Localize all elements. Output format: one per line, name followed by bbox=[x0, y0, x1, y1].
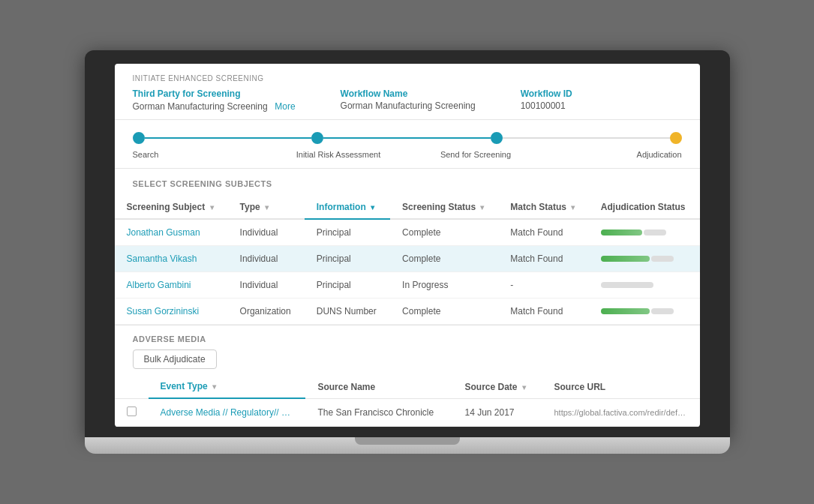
col-match-status[interactable]: Match Status ▾ bbox=[498, 196, 588, 219]
cell-source-name: The San Francisco Chronicle bbox=[305, 398, 452, 426]
col-event-type[interactable]: Event Type ▾ bbox=[149, 375, 306, 398]
cell-type: Individual bbox=[228, 219, 305, 246]
col-screening-status[interactable]: Screening Status ▾ bbox=[390, 196, 498, 219]
screening-table-row[interactable]: Jonathan Gusman Individual Principal Com… bbox=[115, 219, 700, 246]
laptop-base bbox=[85, 437, 730, 454]
sort-arrow-event-type: ▾ bbox=[212, 382, 216, 391]
col-information[interactable]: Information ▾ bbox=[305, 196, 390, 219]
cell-screening-status: Complete bbox=[390, 298, 498, 325]
adverse-table-header: Event Type ▾ Source Name Source Date ▾ bbox=[115, 375, 700, 398]
app-container: INITIATE ENHANCED SCREENING Third Party … bbox=[115, 64, 700, 427]
cell-type: Individual bbox=[228, 272, 305, 298]
cell-information: Principal bbox=[305, 219, 390, 246]
cell-information: Principal bbox=[305, 246, 390, 272]
cell-checkbox[interactable] bbox=[115, 398, 149, 426]
adverse-section: ADVERSE MEDIA Bulk Adjudicate Event Type… bbox=[115, 325, 700, 427]
steps-labels: Search Initial Risk Assessment Send for … bbox=[133, 150, 682, 159]
cell-adj-status bbox=[589, 298, 700, 325]
step-label-search: Search bbox=[133, 150, 270, 159]
screening-table-row[interactable]: Samantha Vikash Individual Principal Com… bbox=[115, 246, 700, 272]
step-label-send: Send for Screening bbox=[407, 150, 545, 159]
more-link[interactable]: More bbox=[275, 101, 295, 112]
cell-match-status: Match Found bbox=[498, 246, 588, 272]
cell-screening-status: In Progress bbox=[390, 272, 498, 298]
workflow-id-label: Workflow ID bbox=[521, 88, 572, 99]
cell-information: DUNS Number bbox=[305, 298, 390, 325]
step-label-adjudication: Adjudication bbox=[545, 150, 682, 159]
progress-section: Search Initial Risk Assessment Send for … bbox=[115, 120, 700, 169]
col-source-name: Source Name bbox=[305, 375, 452, 398]
workflow-name-label: Workflow Name bbox=[341, 88, 476, 99]
sort-arrow-subject: ▾ bbox=[210, 203, 214, 212]
screen-bezel: INITIATE ENHANCED SCREENING Third Party … bbox=[85, 50, 730, 437]
progress-track bbox=[133, 132, 682, 144]
initiate-label: INITIATE ENHANCED SCREENING bbox=[133, 74, 682, 82]
cell-type: Individual bbox=[228, 246, 305, 272]
step-dot-adjudication bbox=[670, 132, 682, 144]
progress-line-2 bbox=[323, 137, 491, 139]
cell-match-status: Match Found bbox=[498, 298, 588, 325]
cell-adj-status bbox=[589, 246, 700, 272]
step-label-risk: Initial Risk Assessment bbox=[270, 150, 407, 159]
screen: INITIATE ENHANCED SCREENING Third Party … bbox=[115, 64, 700, 427]
sort-arrow-source-date: ▾ bbox=[522, 383, 526, 392]
third-party-field: Third Party for Screening Gorman Manufac… bbox=[133, 88, 296, 112]
step-dot-search bbox=[133, 132, 145, 144]
third-party-value: Gorman Manufacturing Screening bbox=[133, 101, 268, 112]
sort-arrow-information: ▾ bbox=[371, 203, 374, 212]
cell-source-date: 14 Jun 2017 bbox=[452, 398, 542, 426]
cell-source-url: https://global.factiva.com/redir/default… bbox=[542, 398, 700, 426]
cell-screening-status: Complete bbox=[390, 219, 498, 246]
bulk-adjudicate-button[interactable]: Bulk Adjudicate bbox=[133, 350, 217, 369]
col-screening-subject[interactable]: Screening Subject ▾ bbox=[115, 196, 228, 219]
header-section: INITIATE ENHANCED SCREENING Third Party … bbox=[115, 64, 700, 120]
sort-arrow-type: ▾ bbox=[265, 203, 269, 212]
adverse-table-row[interactable]: Adverse Media // Regulatory// Regulatory… bbox=[115, 398, 700, 426]
sort-arrow-status: ▾ bbox=[480, 203, 484, 212]
adverse-title: ADVERSE MEDIA bbox=[115, 326, 700, 350]
cell-screening-status: Complete bbox=[390, 246, 498, 272]
screening-table-header: Screening Subject ▾ Type ▾ Information ▾ bbox=[115, 196, 700, 219]
adverse-media-table: Event Type ▾ Source Name Source Date ▾ bbox=[115, 375, 700, 427]
cell-information: Principal bbox=[305, 272, 390, 298]
col-adjudication-status: Adjudication Status bbox=[589, 196, 700, 219]
cell-type: Organization bbox=[228, 298, 305, 325]
workflow-name-field: Workflow Name Gorman Manufacturing Scree… bbox=[341, 88, 476, 111]
cell-name[interactable]: Susan Gorzininski bbox=[115, 298, 228, 325]
cell-name[interactable]: Samantha Vikash bbox=[115, 246, 228, 272]
cell-adj-status bbox=[589, 219, 700, 246]
cell-name[interactable]: Jonathan Gusman bbox=[115, 219, 228, 246]
workflow-name-value: Gorman Manufacturing Screening bbox=[341, 100, 476, 111]
cell-name[interactable]: Alberto Gambini bbox=[115, 272, 228, 298]
third-party-label: Third Party for Screening bbox=[133, 88, 296, 99]
header-fields: Third Party for Screening Gorman Manufac… bbox=[133, 88, 682, 112]
col-source-url: Source URL bbox=[542, 375, 700, 398]
screening-table-row[interactable]: Susan Gorzininski Organization DUNS Numb… bbox=[115, 298, 700, 325]
workflow-id-field: Workflow ID 100100001 bbox=[521, 88, 572, 111]
screening-section-title: SELECT SCREENING SUBJECTS bbox=[115, 169, 700, 196]
col-type[interactable]: Type ▾ bbox=[228, 196, 305, 219]
progress-line-1 bbox=[145, 137, 312, 139]
step-dot-send bbox=[491, 132, 503, 144]
step-dot-risk bbox=[311, 132, 323, 144]
screening-table: Screening Subject ▾ Type ▾ Information ▾ bbox=[115, 196, 700, 325]
workflow-id-value: 100100001 bbox=[521, 100, 572, 111]
cell-adj-status bbox=[589, 272, 700, 298]
cell-match-status: - bbox=[498, 272, 588, 298]
laptop-frame: INITIATE ENHANCED SCREENING Third Party … bbox=[85, 50, 730, 454]
screening-table-row[interactable]: Alberto Gambini Individual Principal In … bbox=[115, 272, 700, 298]
cell-match-status: Match Found bbox=[498, 219, 588, 246]
sort-arrow-match: ▾ bbox=[571, 203, 575, 212]
col-source-date[interactable]: Source Date ▾ bbox=[452, 375, 542, 398]
cell-event-type: Adverse Media // Regulatory// Regulatory… bbox=[149, 398, 306, 426]
col-checkbox bbox=[115, 375, 149, 398]
progress-line-3 bbox=[503, 137, 670, 139]
